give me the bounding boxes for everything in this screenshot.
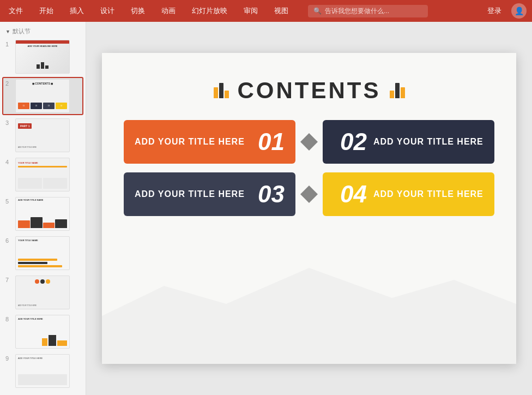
slide-thumb-4[interactable]: 4 YOUR TITLE NAME	[2, 155, 83, 194]
content-box-04[interactable]: 04 ADD YOUR TITLE HERE	[323, 172, 494, 216]
slide-num-9: 9	[5, 354, 13, 362]
search-icon: 🔍	[313, 7, 322, 15]
content-box-01[interactable]: ADD YOUR TITLE HERE 01	[124, 120, 295, 164]
slide-num-5: 5	[5, 197, 13, 205]
slide-preview-3: PART 1 ADD YOUR TITLE HERE	[15, 118, 70, 152]
menu-bar: 文件 开始 插入 设计 切换 动画 幻灯片放映 审阅 视图 🔍 告诉我您想要做什…	[0, 0, 532, 22]
slide-num-7: 7	[5, 276, 13, 283]
menu-review[interactable]: 审阅	[240, 4, 261, 18]
menu-view[interactable]: 视图	[271, 4, 292, 18]
left-chart-icon	[214, 83, 229, 98]
slide-num-6: 6	[5, 236, 13, 244]
slide-preview-8: ADD YOUR TITLE HERE	[15, 315, 70, 349]
slide-preview-6: YOUR TITLE NAME	[15, 236, 70, 270]
content-box-03[interactable]: ADD YOUR TITLE HERE 03	[124, 172, 295, 216]
menu-start[interactable]: 开始	[36, 4, 57, 18]
slide-num-4: 4	[5, 158, 13, 165]
slide-preview-4: YOUR TITLE NAME	[15, 158, 70, 191]
slide-thumb-5[interactable]: 5 ADD YOUR TITLE NAME	[2, 195, 83, 233]
box-03-text: ADD YOUR TITLE HERE	[135, 189, 245, 199]
slide-thumb-9[interactable]: 9 ADD YOUR TITLE HERE	[2, 352, 83, 390]
search-placeholder: 告诉我您想要做什么...	[325, 7, 389, 16]
menu-animate[interactable]: 动画	[158, 4, 179, 18]
diamond-arrow-svg-1	[298, 131, 320, 153]
box-04-number: 04	[340, 182, 367, 206]
collapse-icon[interactable]: ▼	[5, 29, 10, 34]
slide-preview-5: ADD YOUR TITLE NAME	[15, 197, 70, 231]
login-button[interactable]: 登录	[483, 4, 506, 17]
sidebar: ▼ 默认节 1 ADD YOUR HEADLINE HERE 2 ◼ CONTE…	[0, 22, 86, 395]
box-04-text: ADD YOUR TITLE HERE	[373, 189, 483, 199]
slide-canvas: CONTENTS ADD YOUR TITLE HERE 01	[102, 53, 516, 364]
avatar-icon[interactable]: 👤	[511, 3, 527, 19]
box-01-number: 01	[258, 130, 285, 154]
slide-thumb-7[interactable]: 7 ADD YOUR TITLE HERE	[2, 273, 83, 312]
slide-num-3: 3	[5, 118, 13, 126]
right-chart-icon	[390, 83, 405, 98]
main-layout: ▼ 默认节 1 ADD YOUR HEADLINE HERE 2 ◼ CONTE…	[0, 22, 532, 395]
diamond-arrow-svg-2	[298, 183, 320, 205]
slide-preview-7: ADD YOUR TITLE HERE	[15, 276, 70, 309]
menu-items: 文件 开始 插入 设计 切换 动画 幻灯片放映 审阅 视图	[5, 4, 292, 18]
section-label: ▼ 默认节	[0, 25, 86, 37]
menu-switch[interactable]: 切换	[128, 4, 148, 18]
search-box[interactable]: 🔍 告诉我您想要做什么...	[308, 5, 428, 17]
content-row-2: ADD YOUR TITLE HERE 03 04 ADD YOUR TITLE…	[102, 172, 516, 216]
menu-file[interactable]: 文件	[5, 4, 26, 18]
slide-thumb-2[interactable]: 2 ◼ CONTENTS ◼ 01 02 03 04	[2, 77, 83, 115]
box-03-number: 03	[258, 182, 285, 206]
right-actions: 登录 👤	[483, 3, 527, 19]
slide-preview-2: ◼ CONTENTS ◼ 01 02 03 04	[15, 79, 70, 113]
menu-insert[interactable]: 插入	[66, 4, 87, 18]
slide-num-1: 1	[5, 40, 13, 47]
box-02-number: 02	[340, 130, 367, 154]
slide-preview-9: ADD YOUR TITLE HERE	[15, 354, 70, 388]
canvas-area: CONTENTS ADD YOUR TITLE HERE 01	[86, 22, 532, 395]
slide-title: CONTENTS	[238, 77, 381, 104]
slide-thumb-8[interactable]: 8 ADD YOUR TITLE HERE	[2, 313, 83, 351]
slide-thumb-3[interactable]: 3 PART 1 ADD YOUR TITLE HERE	[2, 116, 83, 154]
menu-design[interactable]: 设计	[97, 4, 118, 18]
content-box-02[interactable]: 02 ADD YOUR TITLE HERE	[323, 120, 494, 164]
content-row-1: ADD YOUR TITLE HERE 01 02 ADD YOUR TITLE…	[102, 120, 516, 164]
slide-num-2: 2	[5, 79, 13, 87]
slide-thumb-1[interactable]: 1 ADD YOUR HEADLINE HERE	[2, 38, 83, 76]
arrow-connector-1	[295, 120, 323, 164]
slide-num-8: 8	[5, 315, 13, 322]
slide-thumb-6[interactable]: 6 YOUR TITLE NAME	[2, 234, 83, 272]
box-02-text: ADD YOUR TITLE HERE	[373, 137, 483, 147]
slide-preview-1: ADD YOUR HEADLINE HERE	[15, 40, 70, 74]
menu-slideshow[interactable]: 幻灯片放映	[189, 4, 231, 18]
slide-header: CONTENTS	[102, 53, 516, 120]
arrow-connector-2	[295, 172, 323, 216]
box-01-text: ADD YOUR TITLE HERE	[135, 137, 245, 147]
